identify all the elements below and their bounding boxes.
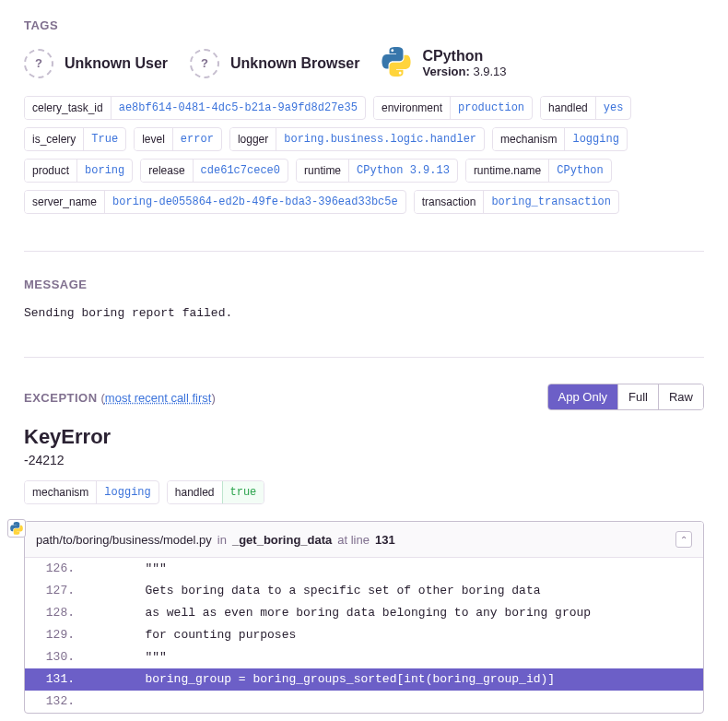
tag-key: release	[141, 160, 192, 182]
tag-value: boring-de055864-ed2b-49fe-bda3-396ead33b…	[104, 191, 405, 213]
tag-value: CPython 3.9.13	[348, 160, 457, 182]
tag-pill[interactable]: celery_task_idae8bf614-0481-4dc5-b21a-9a…	[24, 96, 366, 120]
line-number: 126	[25, 558, 88, 580]
tag-value: yes	[595, 97, 631, 119]
tag-value: logging	[564, 128, 626, 150]
line-source: boring_group = boring_groups_sorted[int(…	[88, 668, 703, 691]
frame-function: _get_boring_data	[232, 533, 332, 547]
frame-in-label: in	[217, 533, 227, 547]
tag-value: error	[172, 128, 221, 150]
source-line: 132	[25, 691, 703, 713]
line-source: as well as even more boring data belongi…	[88, 602, 703, 624]
frame-line-number: 131	[375, 533, 395, 547]
python-icon	[7, 519, 26, 538]
tag-pill[interactable]: transactionboring_transaction	[414, 190, 619, 214]
runtime-title: CPython	[422, 48, 506, 65]
exception-title-wrap: EXCEPTION (most recent call first)	[24, 390, 216, 405]
tag-key: mechanism	[493, 128, 564, 150]
stack-frame: path/to/boring/business/model.py in _get…	[24, 521, 704, 714]
tag-key: is_celery	[25, 128, 83, 150]
runtime-card[interactable]: CPython Version: 3.9.13	[382, 47, 506, 79]
tags-list: celery_task_idae8bf614-0481-4dc5-b21a-9a…	[24, 96, 704, 214]
line-source	[88, 691, 703, 713]
line-source: Gets boring data to a specific set of ot…	[88, 580, 703, 602]
browser-title: Unknown Browser	[230, 55, 359, 72]
source-line: 126 """	[25, 558, 703, 580]
tag-key: logger	[230, 128, 276, 150]
context-cards: ? Unknown User ? Unknown Browser CPython…	[24, 47, 704, 79]
tags-section-title: TAGS	[24, 18, 704, 32]
raw-button[interactable]: Raw	[658, 384, 703, 409]
version-label: Version:	[422, 65, 469, 78]
tag-pill[interactable]: environmentproduction	[373, 96, 533, 120]
stacktrace-view-toggle: App Only Full Raw	[547, 384, 704, 410]
source-line: 131 boring_group = boring_groups_sorted[…	[25, 668, 703, 691]
chevron-up-icon: ⌃	[680, 535, 687, 545]
source-line: 127 Gets boring data to a specific set o…	[25, 580, 703, 602]
app-only-button[interactable]: App Only	[548, 384, 617, 409]
line-number: 130	[25, 646, 88, 668]
tag-pill[interactable]: productboring	[24, 159, 133, 183]
tag-key: runtime.name	[466, 160, 548, 182]
tag-value: ae8bf614-0481-4dc5-b21a-9a9fd8d27e35	[111, 97, 365, 119]
unknown-avatar-icon: ?	[190, 49, 219, 78]
tag-pill[interactable]: handledtrue	[167, 480, 265, 504]
message-section-title: MESSAGE	[24, 278, 704, 291]
tag-value: CPython	[548, 160, 610, 182]
tag-pill[interactable]: runtime.nameCPython	[465, 159, 612, 183]
line-source: """	[88, 558, 703, 580]
tag-value: boring.business.logic.handler	[276, 128, 484, 150]
tag-key: mechanism	[25, 481, 96, 503]
tag-key: transaction	[415, 191, 484, 213]
frame-path: path/to/boring/business/model.py	[36, 533, 212, 547]
exception-section: EXCEPTION (most recent call first) App O…	[24, 357, 704, 714]
user-card[interactable]: ? Unknown User	[24, 47, 168, 79]
line-number: 128	[25, 602, 88, 624]
browser-card[interactable]: ? Unknown Browser	[190, 47, 359, 79]
message-section: MESSAGE Sending boring report failed.	[24, 251, 704, 320]
tag-value: boring_transaction	[483, 191, 618, 213]
source-line: 129 for counting purposes	[25, 624, 703, 646]
tag-pill[interactable]: mechanismlogging	[24, 480, 159, 504]
exception-name: KeyError	[24, 425, 704, 449]
tag-pill[interactable]: releasecde61c7cece0	[140, 159, 288, 183]
tag-pill[interactable]: mechanismlogging	[492, 127, 628, 151]
stacktrace-order-link[interactable]: most recent call first	[105, 391, 212, 405]
tag-pill[interactable]: loggerboring.business.logic.handler	[229, 127, 485, 151]
tag-value: true	[222, 481, 264, 503]
tag-pill[interactable]: server_nameboring-de055864-ed2b-49fe-bda…	[24, 190, 406, 214]
message-text: Sending boring report failed.	[24, 306, 704, 320]
tag-key: server_name	[25, 191, 104, 213]
paren-close: )	[211, 391, 215, 405]
frame-atline-label: at line	[337, 533, 370, 547]
full-button[interactable]: Full	[617, 384, 658, 409]
line-number: 131	[25, 668, 88, 691]
unknown-avatar-icon: ?	[24, 49, 53, 78]
python-icon	[382, 47, 411, 79]
tag-pill[interactable]: levelerror	[134, 127, 222, 151]
exception-section-title: EXCEPTION	[24, 391, 98, 405]
line-source: for counting purposes	[88, 624, 703, 646]
collapse-frame-button[interactable]: ⌃	[675, 531, 692, 548]
tag-value: cde61c7cece0	[193, 160, 288, 182]
line-number: 132	[25, 691, 88, 713]
runtime-version: Version: 3.9.13	[422, 65, 506, 78]
tag-value: boring	[76, 160, 132, 182]
tag-value: True	[83, 128, 125, 150]
line-number: 127	[25, 580, 88, 602]
tag-pill[interactable]: handledyes	[540, 96, 631, 120]
stacktrace: path/to/boring/business/model.py in _get…	[24, 521, 704, 714]
source-line: 130 """	[25, 646, 703, 668]
tag-value: logging	[96, 481, 158, 503]
exception-value: -24212	[24, 453, 704, 467]
tag-key: environment	[374, 97, 450, 119]
frame-header[interactable]: path/to/boring/business/model.py in _get…	[25, 522, 703, 558]
tag-key: runtime	[297, 160, 348, 182]
tag-pill[interactable]: runtimeCPython 3.9.13	[296, 159, 458, 183]
tag-pill[interactable]: is_celeryTrue	[24, 127, 126, 151]
tag-key: product	[25, 160, 76, 182]
user-title: Unknown User	[65, 55, 168, 72]
exception-tags: mechanismlogginghandledtrue	[24, 480, 704, 504]
tag-key: handled	[168, 481, 222, 503]
tag-key: celery_task_id	[25, 97, 111, 119]
